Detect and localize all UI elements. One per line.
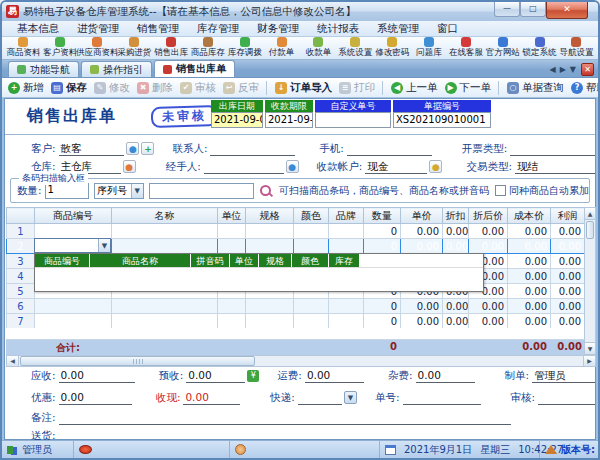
action-button[interactable]: ▤ 保存: [51, 81, 87, 95]
profit-cell[interactable]: 0.00: [551, 254, 585, 269]
header-field-value[interactable]: XS202109010001: [393, 112, 491, 128]
menu-item[interactable]: 系统管理: [368, 22, 428, 36]
brand-cell[interactable]: [329, 314, 364, 329]
brand-cell[interactable]: [329, 239, 364, 254]
invoice-type-field[interactable]: [510, 142, 595, 156]
code-cell[interactable]: [35, 314, 112, 329]
spec-cell[interactable]: [246, 299, 294, 314]
clerk-lookup-icon[interactable]: ●: [286, 160, 299, 173]
grid-column-header[interactable]: 规格: [246, 208, 294, 224]
after-discount-cell[interactable]: 0.00: [469, 224, 508, 239]
customer-add-icon[interactable]: +: [141, 142, 154, 155]
toolbar-button[interactable]: 商品库存: [189, 37, 226, 59]
action-button[interactable]: + 新增: [8, 81, 44, 95]
prepaid-money-icon[interactable]: ¥: [247, 370, 259, 382]
toolbar-button[interactable]: 官方网站: [484, 37, 521, 59]
action-button[interactable]: ✔ 审核: [180, 81, 216, 95]
tab[interactable]: 功能导航: [8, 61, 79, 77]
contact-field[interactable]: [210, 142, 295, 156]
cost-cell[interactable]: 0.00: [508, 284, 551, 299]
profit-cell[interactable]: 0.00: [551, 239, 585, 254]
menu-item[interactable]: 库存管理: [188, 22, 248, 36]
prepaid-field[interactable]: 0.00: [186, 369, 245, 383]
cost-cell[interactable]: 0.00: [508, 299, 551, 314]
maximize-button[interactable]: □: [520, 2, 546, 17]
unit-cell[interactable]: [218, 299, 246, 314]
warehouse-lookup-icon[interactable]: ●: [123, 160, 136, 173]
toolbar-button[interactable]: 付款单: [263, 37, 300, 59]
toolbar-button[interactable]: 问题库: [411, 37, 448, 59]
menu-item[interactable]: 销售管理: [128, 22, 188, 36]
toolbar-button[interactable]: 商品资料: [5, 37, 42, 59]
toolbar-button[interactable]: 锁定系统: [521, 37, 558, 59]
spec-cell[interactable]: [246, 314, 294, 329]
qty-cell[interactable]: 0: [364, 314, 401, 329]
accumulate-checkbox[interactable]: [495, 185, 506, 196]
price-cell[interactable]: 0.00: [401, 239, 443, 254]
action-button[interactable]: ≡ 打印: [339, 81, 375, 95]
close-button[interactable]: ✕: [546, 2, 588, 19]
grid-column-header[interactable]: 单位: [218, 208, 246, 224]
alert-badge-icon[interactable]: [79, 445, 92, 454]
menu-item[interactable]: 窗口: [428, 22, 467, 36]
grid-row[interactable]: 7 0 0.00 0.000 0.00: [7, 314, 585, 329]
customer-lookup-icon[interactable]: ●: [126, 142, 139, 155]
price-cell[interactable]: 0.00: [401, 299, 443, 314]
cost-cell[interactable]: 0.00: [508, 224, 551, 239]
toolbar-button[interactable]: 收款单: [300, 37, 337, 59]
discount-cell[interactable]: 0.000: [443, 239, 469, 254]
profit-cell[interactable]: 0.00: [551, 284, 585, 299]
misc-field[interactable]: 0.00: [416, 369, 475, 383]
express-dropdown-icon[interactable]: ▼: [344, 391, 357, 404]
grid-column-header[interactable]: 利润: [551, 208, 585, 224]
title-bar[interactable]: 易 易特电子设备仓库管理系统--【请在基本信息，公司信息中修改公司名】 — □ …: [2, 2, 598, 21]
after-discount-cell[interactable]: 0.00: [469, 314, 508, 329]
qty-cell[interactable]: 0: [364, 224, 401, 239]
scroll-up-icon[interactable]: ▲: [585, 208, 595, 220]
cost-cell[interactable]: 0.00: [508, 239, 551, 254]
action-button[interactable]: ○ 单据查询: [498, 81, 564, 95]
account-field[interactable]: 现金: [365, 160, 427, 174]
toolbar-button[interactable]: 导航设置: [558, 37, 595, 59]
profit-cell[interactable]: 0.00: [551, 299, 585, 314]
toolbar-button[interactable]: 销售出库: [153, 37, 190, 59]
grid-row[interactable]: 6 0 0.00 0.000 0.00: [7, 299, 585, 314]
action-button[interactable]: ▶ 下一单: [445, 81, 492, 95]
code-cell[interactable]: [35, 224, 112, 239]
vertical-scrollbar[interactable]: ▲ ▼: [584, 207, 596, 355]
name-cell[interactable]: [112, 239, 218, 254]
scroll-right-icon[interactable]: ▶: [583, 356, 595, 366]
discount-cell[interactable]: 0.000: [443, 299, 469, 314]
grid-column-header[interactable]: 单价: [401, 208, 443, 224]
freight-field[interactable]: 0.00: [305, 369, 364, 383]
profit-cell[interactable]: 0.00: [551, 224, 585, 239]
action-button[interactable]: ↩ 反审: [223, 81, 259, 95]
code-cell[interactable]: [35, 299, 112, 314]
brand-cell[interactable]: [329, 299, 364, 314]
after-discount-cell[interactable]: 0.00: [469, 299, 508, 314]
spec-cell[interactable]: [246, 224, 294, 239]
header-field-value[interactable]: [315, 112, 391, 128]
scroll-down-icon[interactable]: ▼: [585, 342, 595, 354]
remark-field[interactable]: [59, 411, 511, 425]
scroll-left-icon[interactable]: ◀: [7, 356, 19, 366]
horizontal-scroll-thumb[interactable]: [20, 356, 255, 366]
tab-scroll-right-icon[interactable]: ▶: [558, 65, 568, 74]
name-cell[interactable]: [112, 224, 218, 239]
qty-cell[interactable]: 0: [364, 239, 401, 254]
barcode-search-icon[interactable]: [259, 184, 273, 198]
picker-list[interactable]: [35, 268, 483, 291]
price-cell[interactable]: 0.00: [401, 314, 443, 329]
tab-scroll-left-icon[interactable]: ◀: [548, 65, 558, 74]
toolbar-button[interactable]: 修改密码: [374, 37, 411, 59]
product-picker-dropdown[interactable]: 商品编号商品名称拼音码单位规格颜色库存: [34, 253, 484, 292]
cost-cell[interactable]: 0.00: [508, 254, 551, 269]
grid-column-header[interactable]: 成本价: [508, 208, 551, 224]
action-button[interactable]: ? 帮助: [571, 81, 600, 95]
discount-amount-field[interactable]: 0.00: [59, 391, 132, 405]
toolbar-button[interactable]: 库存调拨: [226, 37, 263, 59]
cost-cell[interactable]: 0.00: [508, 269, 551, 284]
menu-item[interactable]: 统计报表: [308, 22, 368, 36]
color-cell[interactable]: [294, 224, 329, 239]
barcode-scan-input[interactable]: [149, 183, 254, 199]
